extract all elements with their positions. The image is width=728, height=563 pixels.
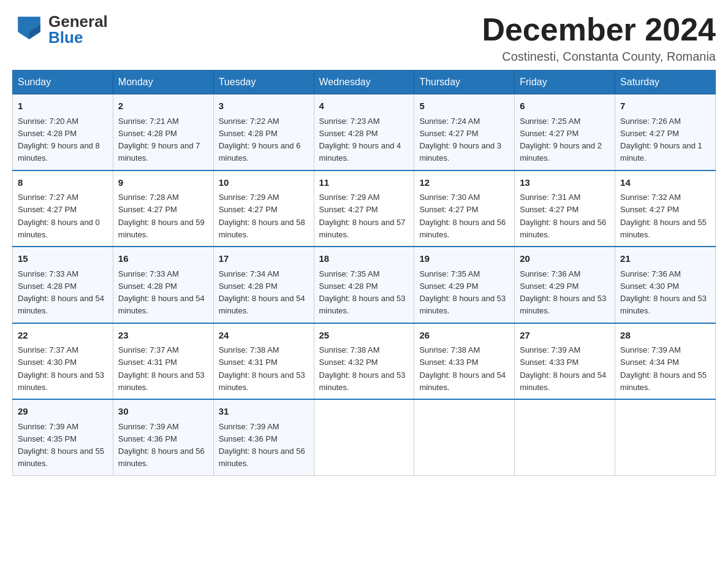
- calendar-cell: 18 Sunrise: 7:35 AMSunset: 4:28 PMDaylig…: [314, 247, 414, 323]
- day-info: Sunrise: 7:39 AMSunset: 4:35 PMDaylight:…: [18, 422, 104, 469]
- calendar-cell: 19 Sunrise: 7:35 AMSunset: 4:29 PMDaylig…: [414, 247, 515, 323]
- day-info: Sunrise: 7:35 AMSunset: 4:29 PMDaylight:…: [419, 269, 506, 316]
- calendar-cell: 29 Sunrise: 7:39 AMSunset: 4:35 PMDaylig…: [13, 399, 113, 475]
- day-number: 8: [18, 176, 108, 190]
- day-info: Sunrise: 7:22 AMSunset: 4:28 PMDaylight:…: [219, 117, 301, 163]
- calendar-cell: 13 Sunrise: 7:31 AMSunset: 4:27 PMDaylig…: [515, 170, 615, 247]
- day-number: 20: [520, 252, 610, 266]
- day-info: Sunrise: 7:28 AMSunset: 4:27 PMDaylight:…: [118, 193, 205, 239]
- calendar-table: SundayMondayTuesdayWednesdayThursdayFrid…: [12, 70, 716, 476]
- day-number: 28: [620, 329, 710, 343]
- calendar-cell: 10 Sunrise: 7:29 AMSunset: 4:27 PMDaylig…: [213, 170, 314, 247]
- logo: General Blue: [12, 12, 108, 46]
- calendar-cell: 30 Sunrise: 7:39 AMSunset: 4:36 PMDaylig…: [113, 399, 213, 475]
- weekday-header-row: SundayMondayTuesdayWednesdayThursdayFrid…: [13, 71, 716, 94]
- day-number: 22: [18, 329, 108, 343]
- calendar-cell: 7 Sunrise: 7:26 AMSunset: 4:27 PMDayligh…: [615, 94, 716, 170]
- day-number: 1: [18, 99, 108, 113]
- calendar-cell: 4 Sunrise: 7:23 AMSunset: 4:28 PMDayligh…: [314, 94, 414, 170]
- calendar-cell: 28 Sunrise: 7:39 AMSunset: 4:34 PMDaylig…: [615, 323, 716, 400]
- day-number: 15: [18, 252, 108, 266]
- day-number: 6: [520, 99, 610, 113]
- page-header: General Blue December 2024 Costinesti, C…: [12, 12, 716, 64]
- day-number: 2: [118, 99, 208, 113]
- day-info: Sunrise: 7:36 AMSunset: 4:30 PMDaylight:…: [620, 269, 707, 316]
- calendar-cell: 22 Sunrise: 7:37 AMSunset: 4:30 PMDaylig…: [13, 323, 113, 400]
- day-number: 17: [219, 252, 309, 266]
- logo-blue: Blue: [48, 29, 108, 45]
- day-info: Sunrise: 7:37 AMSunset: 4:30 PMDaylight:…: [18, 345, 104, 392]
- weekday-header-saturday: Saturday: [615, 71, 716, 94]
- day-info: Sunrise: 7:38 AMSunset: 4:31 PMDaylight:…: [219, 345, 305, 392]
- calendar-cell: 14 Sunrise: 7:32 AMSunset: 4:27 PMDaylig…: [615, 170, 716, 247]
- weekday-header-wednesday: Wednesday: [314, 71, 414, 94]
- day-info: Sunrise: 7:35 AMSunset: 4:28 PMDaylight:…: [319, 269, 406, 316]
- calendar-week-2: 8 Sunrise: 7:27 AMSunset: 4:27 PMDayligh…: [13, 170, 716, 247]
- day-info: Sunrise: 7:31 AMSunset: 4:27 PMDaylight:…: [520, 193, 606, 239]
- day-info: Sunrise: 7:39 AMSunset: 4:36 PMDaylight:…: [219, 422, 305, 469]
- day-info: Sunrise: 7:29 AMSunset: 4:27 PMDaylight:…: [319, 193, 406, 239]
- day-number: 29: [18, 405, 108, 419]
- calendar-cell: [615, 399, 716, 475]
- day-number: 3: [219, 99, 309, 113]
- day-number: 26: [419, 329, 509, 343]
- day-number: 11: [319, 176, 409, 190]
- day-number: 24: [219, 329, 309, 343]
- day-info: Sunrise: 7:33 AMSunset: 4:28 PMDaylight:…: [118, 269, 205, 316]
- day-number: 10: [219, 176, 309, 190]
- day-number: 27: [520, 329, 610, 343]
- day-number: 21: [620, 252, 710, 266]
- calendar-cell: [414, 399, 515, 475]
- day-info: Sunrise: 7:34 AMSunset: 4:28 PMDaylight:…: [219, 269, 305, 316]
- day-info: Sunrise: 7:26 AMSunset: 4:27 PMDaylight:…: [620, 117, 702, 163]
- calendar-cell: 27 Sunrise: 7:39 AMSunset: 4:33 PMDaylig…: [515, 323, 615, 400]
- day-info: Sunrise: 7:32 AMSunset: 4:27 PMDaylight:…: [620, 193, 707, 239]
- calendar-cell: [314, 399, 414, 475]
- calendar-cell: 17 Sunrise: 7:34 AMSunset: 4:28 PMDaylig…: [213, 247, 314, 323]
- day-number: 16: [118, 252, 208, 266]
- calendar-cell: 6 Sunrise: 7:25 AMSunset: 4:27 PMDayligh…: [515, 94, 615, 170]
- calendar-cell: 8 Sunrise: 7:27 AMSunset: 4:27 PMDayligh…: [13, 170, 113, 247]
- day-number: 12: [419, 176, 509, 190]
- day-number: 9: [118, 176, 208, 190]
- weekday-header-monday: Monday: [113, 71, 213, 94]
- day-number: 4: [319, 99, 409, 113]
- calendar-cell: 25 Sunrise: 7:38 AMSunset: 4:32 PMDaylig…: [314, 323, 414, 400]
- day-info: Sunrise: 7:24 AMSunset: 4:27 PMDaylight:…: [419, 117, 501, 163]
- calendar-cell: 11 Sunrise: 7:29 AMSunset: 4:27 PMDaylig…: [314, 170, 414, 247]
- weekday-header-thursday: Thursday: [414, 71, 515, 94]
- weekday-header-sunday: Sunday: [13, 71, 113, 94]
- day-number: 13: [520, 176, 610, 190]
- weekday-header-friday: Friday: [515, 71, 615, 94]
- calendar-week-4: 22 Sunrise: 7:37 AMSunset: 4:30 PMDaylig…: [13, 323, 716, 400]
- day-number: 25: [319, 329, 409, 343]
- day-number: 23: [118, 329, 208, 343]
- calendar-cell: 20 Sunrise: 7:36 AMSunset: 4:29 PMDaylig…: [515, 247, 615, 323]
- calendar-cell: 15 Sunrise: 7:33 AMSunset: 4:28 PMDaylig…: [13, 247, 113, 323]
- location-subtitle: Costinesti, Constanta County, Romania: [482, 50, 716, 64]
- day-number: 14: [620, 176, 710, 190]
- calendar-cell: 9 Sunrise: 7:28 AMSunset: 4:27 PMDayligh…: [113, 170, 213, 247]
- logo-general: General: [48, 13, 108, 29]
- month-title: December 2024: [482, 12, 716, 47]
- calendar-cell: 26 Sunrise: 7:38 AMSunset: 4:33 PMDaylig…: [414, 323, 515, 400]
- logo-icon: [12, 12, 46, 46]
- calendar-cell: 23 Sunrise: 7:37 AMSunset: 4:31 PMDaylig…: [113, 323, 213, 400]
- day-info: Sunrise: 7:23 AMSunset: 4:28 PMDaylight:…: [319, 117, 401, 163]
- calendar-cell: 5 Sunrise: 7:24 AMSunset: 4:27 PMDayligh…: [414, 94, 515, 170]
- day-info: Sunrise: 7:38 AMSunset: 4:32 PMDaylight:…: [319, 345, 406, 392]
- day-info: Sunrise: 7:25 AMSunset: 4:27 PMDaylight:…: [520, 117, 602, 163]
- calendar-cell: 12 Sunrise: 7:30 AMSunset: 4:27 PMDaylig…: [414, 170, 515, 247]
- day-number: 18: [319, 252, 409, 266]
- day-info: Sunrise: 7:38 AMSunset: 4:33 PMDaylight:…: [419, 345, 506, 392]
- day-info: Sunrise: 7:27 AMSunset: 4:27 PMDaylight:…: [18, 193, 100, 239]
- day-info: Sunrise: 7:39 AMSunset: 4:33 PMDaylight:…: [520, 345, 606, 392]
- day-info: Sunrise: 7:33 AMSunset: 4:28 PMDaylight:…: [18, 269, 104, 316]
- day-info: Sunrise: 7:37 AMSunset: 4:31 PMDaylight:…: [118, 345, 205, 392]
- day-number: 5: [419, 99, 509, 113]
- calendar-cell: 3 Sunrise: 7:22 AMSunset: 4:28 PMDayligh…: [213, 94, 314, 170]
- calendar-cell: 24 Sunrise: 7:38 AMSunset: 4:31 PMDaylig…: [213, 323, 314, 400]
- weekday-header-tuesday: Tuesday: [213, 71, 314, 94]
- calendar-cell: 1 Sunrise: 7:20 AMSunset: 4:28 PMDayligh…: [13, 94, 113, 170]
- day-number: 7: [620, 99, 710, 113]
